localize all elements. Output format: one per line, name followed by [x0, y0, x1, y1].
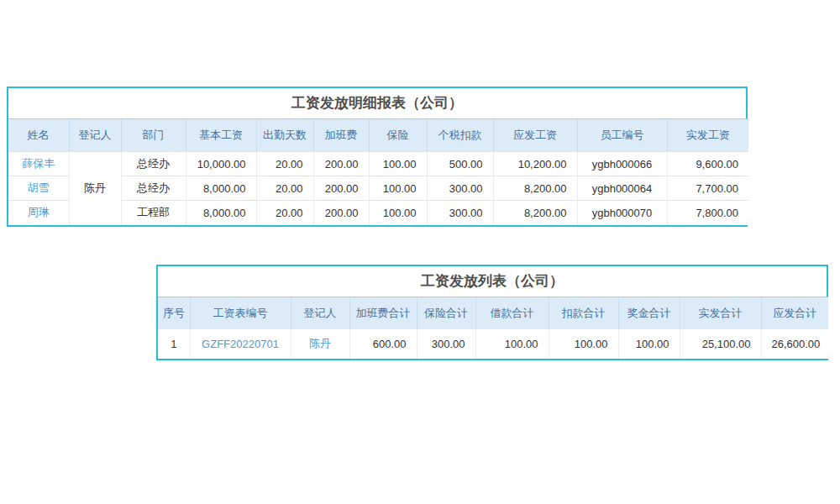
- name-cell: 胡雪: [8, 176, 69, 201]
- table-row: 薛保丰陈丹总经办10,000.0020.00200.00100.00500.00…: [8, 152, 748, 176]
- employee-id-cell: ygbh000070: [577, 201, 667, 225]
- attendance-days-column-header: 出勤天数: [256, 119, 313, 152]
- payable-salary-column-header: 应发工资: [493, 119, 577, 152]
- salary-detail-report-title: 工资发放明细报表（公司）: [8, 88, 746, 118]
- department-cell: 总经办: [121, 152, 186, 176]
- tax-deduction-cell: 500.00: [427, 152, 493, 176]
- insurance-cell: 100.00: [369, 152, 427, 176]
- name-link[interactable]: 周琳: [28, 206, 50, 218]
- deduction-total-column-header: 扣款合计: [549, 297, 618, 329]
- actual-salary-cell: 9,600.00: [667, 152, 748, 176]
- insurance-total-column-header: 保险合计: [417, 297, 475, 329]
- base-salary-cell: 8,000.00: [186, 176, 256, 201]
- name-link[interactable]: 薛保丰: [22, 157, 55, 170]
- overtime-pay-cell: 200.00: [313, 176, 369, 201]
- table-row: 1GZFF20220701陈丹600.00300.00100.00100.001…: [158, 329, 828, 359]
- page: { "theme": { "card_border_color": "#2bbc…: [0, 0, 840, 504]
- tax-deduction-cell: 300.00: [427, 201, 493, 225]
- actual-salary-cell: 7,800.00: [667, 201, 748, 225]
- department-cell: 总经办: [121, 176, 186, 201]
- salary-detail-table-header: 姓名登记人部门基本工资出勤天数加班费保险个税扣款应发工资员工编号实发工资: [8, 119, 748, 152]
- header-row: 姓名登记人部门基本工资出勤天数加班费保险个税扣款应发工资员工编号实发工资: [8, 119, 748, 152]
- registrant-column-header: 登记人: [69, 119, 121, 152]
- attendance-days-cell: 20.00: [256, 201, 313, 225]
- bonus-total-cell: 100.00: [618, 329, 680, 359]
- salary-list-report-title: 工资发放列表（公司）: [158, 266, 827, 297]
- insurance-total-cell: 300.00: [417, 329, 475, 359]
- base-salary-cell: 10,000.00: [186, 152, 256, 176]
- attendance-days-cell: 20.00: [256, 152, 313, 176]
- registrant-link[interactable]: 陈丹: [309, 337, 331, 349]
- overtime-pay-column-header: 加班费: [313, 119, 369, 152]
- overtime-pay-cell: 200.00: [313, 152, 369, 176]
- tax-deduction-column-header: 个税扣款: [427, 119, 493, 152]
- salary-list-table: 序号工资表编号登记人加班费合计保险合计借款合计扣款合计奖金合计实发合计应发合计 …: [158, 297, 828, 359]
- tax-deduction-cell: 300.00: [427, 176, 493, 201]
- loan-total-cell: 100.00: [475, 329, 549, 359]
- base-salary-cell: 8,000.00: [186, 201, 256, 225]
- actual-salary-cell: 7,700.00: [667, 176, 748, 201]
- actual-total-column-header: 实发合计: [680, 297, 761, 329]
- salary-detail-report-card: 工资发放明细报表（公司） 姓名登记人部门基本工资出勤天数加班费保险个税扣款应发工…: [7, 87, 748, 227]
- employee-id-cell: ygbh000064: [577, 176, 667, 201]
- payable-salary-cell: 8,200.00: [493, 201, 577, 225]
- overtime-total-cell: 600.00: [349, 329, 417, 359]
- overtime-pay-cell: 200.00: [313, 201, 369, 225]
- actual-total-cell: 25,100.00: [680, 329, 761, 359]
- salary-detail-table: 姓名登记人部门基本工资出勤天数加班费保险个税扣款应发工资员工编号实发工资 薛保丰…: [8, 118, 748, 225]
- salary-list-table-body: 1GZFF20220701陈丹600.00300.00100.00100.001…: [158, 329, 828, 359]
- insurance-cell: 100.00: [369, 201, 427, 225]
- employee-id-column-header: 员工编号: [577, 119, 667, 152]
- name-column-header: 姓名: [8, 119, 69, 152]
- payable-salary-cell: 10,200.00: [493, 152, 577, 176]
- index-cell: 1: [158, 329, 190, 359]
- payable-salary-cell: 8,200.00: [493, 176, 577, 201]
- salary-list-table-header: 序号工资表编号登记人加班费合计保险合计借款合计扣款合计奖金合计实发合计应发合计: [158, 297, 828, 329]
- payable-total-cell: 26,600.00: [761, 329, 828, 359]
- payable-total-column-header: 应发合计: [761, 297, 828, 329]
- payroll-id-column-header: 工资表编号: [190, 297, 291, 329]
- bonus-total-column-header: 奖金合计: [618, 297, 680, 329]
- base-salary-column-header: 基本工资: [186, 119, 256, 152]
- insurance-cell: 100.00: [369, 176, 427, 201]
- name-link[interactable]: 胡雪: [28, 181, 50, 194]
- employee-id-cell: ygbh000066: [577, 152, 667, 176]
- header-row: 序号工资表编号登记人加班费合计保险合计借款合计扣款合计奖金合计实发合计应发合计: [158, 297, 828, 329]
- registrant-cell: 陈丹: [291, 329, 349, 359]
- insurance-column-header: 保险: [369, 119, 427, 152]
- attendance-days-cell: 20.00: [256, 176, 313, 201]
- deduction-total-cell: 100.00: [549, 329, 618, 359]
- salary-list-report-card: 工资发放列表（公司） 序号工资表编号登记人加班费合计保险合计借款合计扣款合计奖金…: [156, 265, 828, 360]
- actual-salary-column-header: 实发工资: [667, 119, 748, 152]
- salary-detail-table-body: 薛保丰陈丹总经办10,000.0020.00200.00100.00500.00…: [8, 152, 748, 225]
- index-column-header: 序号: [158, 297, 190, 329]
- payroll-id-link[interactable]: GZFF20220701: [202, 338, 279, 350]
- registrant-cell: 陈丹: [69, 152, 121, 225]
- department-column-header: 部门: [121, 119, 186, 152]
- payroll-id-cell: GZFF20220701: [190, 329, 291, 359]
- loan-total-column-header: 借款合计: [475, 297, 549, 329]
- department-cell: 工程部: [121, 201, 186, 225]
- overtime-total-column-header: 加班费合计: [349, 297, 417, 329]
- name-cell: 周琳: [8, 201, 69, 225]
- registrant-column-header: 登记人: [291, 297, 349, 329]
- name-cell: 薛保丰: [8, 152, 69, 176]
